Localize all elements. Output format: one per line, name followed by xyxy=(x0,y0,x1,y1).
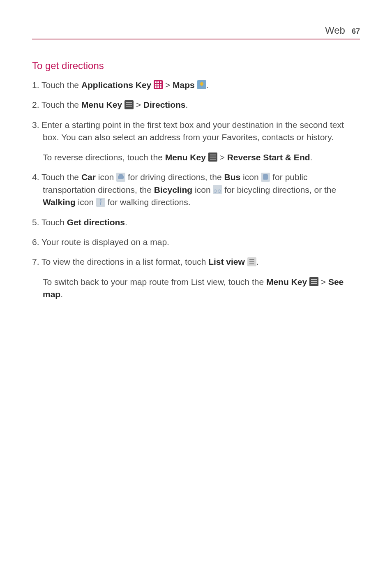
car-icon xyxy=(116,173,125,182)
walking-label: Walking xyxy=(43,197,76,207)
bicycling-label: Bicycling xyxy=(154,185,192,194)
applications-key-icon xyxy=(154,80,163,89)
step-7-sub: To switch back to your map route from Li… xyxy=(32,276,360,301)
menu-key-label: Menu Key xyxy=(81,100,122,109)
text: Touch the xyxy=(39,100,81,109)
step-2: 2. Touch the Menu Key > Directions. xyxy=(32,99,360,111)
reverse-start-end-label: Reverse Start & End xyxy=(227,153,310,162)
text: > xyxy=(163,80,173,90)
step-number: 5. xyxy=(32,217,39,227)
maps-icon xyxy=(197,80,206,89)
maps-label: Maps xyxy=(173,80,195,90)
text: for walking directions. xyxy=(105,197,191,207)
walking-icon xyxy=(96,198,105,207)
menu-key-icon xyxy=(125,100,134,109)
text: Touch xyxy=(39,217,67,227)
menu-key-label: Menu Key xyxy=(165,153,206,162)
car-label: Car xyxy=(81,172,96,182)
text: Enter a starting point in the first text… xyxy=(39,120,344,142)
text: To switch back to your map route from Li… xyxy=(43,277,266,287)
text: To reverse directions, touch the xyxy=(43,153,165,162)
text: Touch the xyxy=(39,80,81,90)
step-1: 1. Touch the Applications Key > Maps . xyxy=(32,79,360,91)
directions-label: Directions xyxy=(143,100,186,109)
menu-key-icon xyxy=(208,153,217,162)
bicycling-icon xyxy=(213,185,222,194)
step-5: 5. Touch Get directions. xyxy=(32,216,360,229)
text: . xyxy=(206,80,209,90)
section-title: To get directions xyxy=(32,60,360,72)
get-directions-label: Get directions xyxy=(67,217,125,227)
step-number: 6. xyxy=(32,237,39,247)
text: for driving directions, the xyxy=(125,172,224,182)
step-4: 4. Touch the Car icon for driving direct… xyxy=(32,171,360,208)
text: Touch the xyxy=(39,172,81,182)
header-section-label: Web xyxy=(325,25,345,36)
text: . xyxy=(60,289,63,299)
text: icon xyxy=(240,172,261,182)
step-3: 3. Enter a starting point in the first t… xyxy=(32,119,360,144)
step-3-sub: To reverse directions, touch the Menu Ke… xyxy=(32,151,360,164)
page-header: Web 67 xyxy=(32,25,360,39)
step-7: 7. To view the directions in a list form… xyxy=(32,256,360,268)
list-view-label: List view xyxy=(208,257,245,266)
step-number: 1. xyxy=(32,80,39,90)
applications-key-label: Applications Key xyxy=(81,80,151,90)
text: for bicycling directions, or the xyxy=(222,185,336,194)
bus-icon xyxy=(261,173,270,182)
text: To view the directions in a list format,… xyxy=(39,257,209,266)
text: icon xyxy=(192,185,213,194)
text: > xyxy=(134,100,143,109)
bus-label: Bus xyxy=(224,172,241,182)
text: icon xyxy=(76,197,96,207)
text: > xyxy=(217,153,227,162)
header-page-number: 67 xyxy=(352,27,360,36)
text: Your route is displayed on a map. xyxy=(39,237,169,247)
step-number: 4. xyxy=(32,172,39,182)
list-view-icon xyxy=(247,257,256,266)
text: . xyxy=(125,217,127,227)
text: . xyxy=(310,153,313,162)
step-6: 6. Your route is displayed on a map. xyxy=(32,236,360,248)
menu-key-label: Menu Key xyxy=(266,277,307,287)
text: . xyxy=(256,257,259,266)
text: . xyxy=(186,100,188,109)
step-number: 3. xyxy=(32,120,39,129)
step-number: 7. xyxy=(32,257,39,266)
menu-key-icon xyxy=(309,277,318,286)
text: icon xyxy=(96,172,116,182)
step-number: 2. xyxy=(32,100,39,109)
text: > xyxy=(318,277,328,287)
